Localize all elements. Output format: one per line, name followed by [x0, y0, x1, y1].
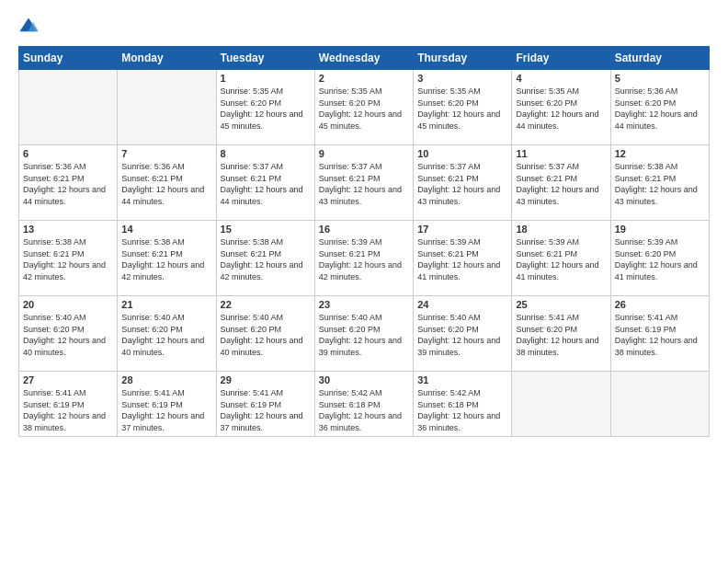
day-info: Sunrise: 5:38 AMSunset: 6:21 PMDaylight:…: [121, 236, 211, 282]
calendar-cell: 30Sunrise: 5:42 AMSunset: 6:18 PMDayligh…: [314, 372, 413, 437]
day-number: 17: [417, 224, 507, 235]
day-number: 16: [319, 224, 409, 235]
calendar-cell: 14Sunrise: 5:38 AMSunset: 6:21 PMDayligh…: [118, 221, 216, 296]
day-number: 25: [516, 299, 606, 310]
day-number: 19: [615, 224, 705, 235]
day-info: Sunrise: 5:37 AMSunset: 6:21 PMDaylight:…: [516, 161, 606, 207]
day-number: 20: [23, 299, 113, 310]
day-info: Sunrise: 5:38 AMSunset: 6:21 PMDaylight:…: [615, 161, 705, 207]
calendar-cell: 18Sunrise: 5:39 AMSunset: 6:21 PMDayligh…: [512, 221, 610, 296]
calendar-cell: 13Sunrise: 5:38 AMSunset: 6:21 PMDayligh…: [19, 221, 118, 296]
calendar-cell: 27Sunrise: 5:41 AMSunset: 6:19 PMDayligh…: [19, 372, 118, 437]
weekday-header-row: SundayMondayTuesdayWednesdayThursdayFrid…: [19, 47, 710, 70]
calendar-cell: 1Sunrise: 5:35 AMSunset: 6:20 PMDaylight…: [216, 70, 314, 145]
day-info: Sunrise: 5:41 AMSunset: 6:19 PMDaylight:…: [121, 387, 211, 433]
day-number: 2: [319, 73, 409, 84]
logo-icon: [18, 17, 39, 37]
day-number: 29: [221, 374, 311, 385]
calendar-week-row: 13Sunrise: 5:38 AMSunset: 6:21 PMDayligh…: [19, 221, 710, 296]
calendar-cell: 19Sunrise: 5:39 AMSunset: 6:20 PMDayligh…: [610, 221, 709, 296]
day-number: 23: [319, 299, 409, 310]
day-info: Sunrise: 5:37 AMSunset: 6:21 PMDaylight:…: [417, 161, 507, 207]
day-number: 6: [23, 148, 113, 159]
day-info: Sunrise: 5:36 AMSunset: 6:21 PMDaylight:…: [23, 161, 113, 207]
day-number: 9: [319, 148, 409, 159]
calendar-cell: 15Sunrise: 5:38 AMSunset: 6:21 PMDayligh…: [216, 221, 314, 296]
calendar-cell: 22Sunrise: 5:40 AMSunset: 6:20 PMDayligh…: [216, 296, 314, 372]
calendar-cell: 2Sunrise: 5:35 AMSunset: 6:20 PMDaylight…: [314, 70, 413, 145]
calendar-cell: 8Sunrise: 5:37 AMSunset: 6:21 PMDaylight…: [216, 145, 314, 221]
calendar-cell: [19, 70, 118, 145]
day-number: 13: [23, 224, 113, 235]
calendar-cell: 29Sunrise: 5:41 AMSunset: 6:19 PMDayligh…: [216, 372, 314, 437]
day-number: 27: [23, 374, 113, 385]
day-info: Sunrise: 5:41 AMSunset: 6:19 PMDaylight:…: [615, 312, 705, 358]
day-number: 26: [615, 299, 705, 310]
day-number: 7: [121, 148, 211, 159]
day-info: Sunrise: 5:40 AMSunset: 6:20 PMDaylight:…: [221, 312, 311, 358]
day-number: 8: [221, 148, 311, 159]
weekday-header: Friday: [512, 47, 610, 70]
weekday-header: Wednesday: [314, 47, 413, 70]
weekday-header: Thursday: [414, 47, 512, 70]
day-info: Sunrise: 5:40 AMSunset: 6:20 PMDaylight:…: [319, 312, 409, 358]
calendar-cell: 5Sunrise: 5:36 AMSunset: 6:20 PMDaylight…: [610, 70, 709, 145]
day-number: 18: [516, 224, 606, 235]
logo: [18, 17, 42, 37]
day-info: Sunrise: 5:37 AMSunset: 6:21 PMDaylight:…: [319, 161, 409, 207]
weekday-header: Saturday: [610, 47, 709, 70]
calendar-cell: 20Sunrise: 5:40 AMSunset: 6:20 PMDayligh…: [19, 296, 118, 372]
weekday-header: Sunday: [19, 47, 118, 70]
day-number: 31: [417, 374, 507, 385]
day-info: Sunrise: 5:41 AMSunset: 6:19 PMDaylight:…: [221, 387, 311, 433]
day-number: 5: [615, 73, 705, 84]
weekday-header: Tuesday: [216, 47, 314, 70]
calendar-cell: 10Sunrise: 5:37 AMSunset: 6:21 PMDayligh…: [414, 145, 512, 221]
day-number: 24: [417, 299, 507, 310]
page: SundayMondayTuesdayWednesdayThursdayFrid…: [0, 0, 728, 563]
calendar-cell: 6Sunrise: 5:36 AMSunset: 6:21 PMDaylight…: [19, 145, 118, 221]
day-info: Sunrise: 5:35 AMSunset: 6:20 PMDaylight:…: [319, 86, 409, 132]
day-info: Sunrise: 5:35 AMSunset: 6:20 PMDaylight:…: [221, 86, 311, 132]
day-number: 30: [319, 374, 409, 385]
day-number: 1: [221, 73, 311, 84]
calendar-cell: 25Sunrise: 5:41 AMSunset: 6:20 PMDayligh…: [512, 296, 610, 372]
day-number: 10: [417, 148, 507, 159]
day-info: Sunrise: 5:42 AMSunset: 6:18 PMDaylight:…: [417, 387, 507, 433]
day-info: Sunrise: 5:35 AMSunset: 6:20 PMDaylight:…: [417, 86, 507, 132]
day-info: Sunrise: 5:40 AMSunset: 6:20 PMDaylight:…: [121, 312, 211, 358]
calendar-cell: 7Sunrise: 5:36 AMSunset: 6:21 PMDaylight…: [118, 145, 216, 221]
calendar-cell: 12Sunrise: 5:38 AMSunset: 6:21 PMDayligh…: [610, 145, 709, 221]
calendar-cell: 24Sunrise: 5:40 AMSunset: 6:20 PMDayligh…: [414, 296, 512, 372]
calendar-cell: 16Sunrise: 5:39 AMSunset: 6:21 PMDayligh…: [314, 221, 413, 296]
calendar-cell: 23Sunrise: 5:40 AMSunset: 6:20 PMDayligh…: [314, 296, 413, 372]
calendar-week-row: 27Sunrise: 5:41 AMSunset: 6:19 PMDayligh…: [19, 372, 710, 437]
day-number: 15: [221, 224, 311, 235]
day-info: Sunrise: 5:38 AMSunset: 6:21 PMDaylight:…: [221, 236, 311, 282]
day-number: 4: [516, 73, 606, 84]
calendar-week-row: 20Sunrise: 5:40 AMSunset: 6:20 PMDayligh…: [19, 296, 710, 372]
day-info: Sunrise: 5:38 AMSunset: 6:21 PMDaylight:…: [23, 236, 113, 282]
calendar-week-row: 1Sunrise: 5:35 AMSunset: 6:20 PMDaylight…: [19, 70, 710, 145]
calendar-cell: 9Sunrise: 5:37 AMSunset: 6:21 PMDaylight…: [314, 145, 413, 221]
calendar-cell: 3Sunrise: 5:35 AMSunset: 6:20 PMDaylight…: [414, 70, 512, 145]
day-number: 11: [516, 148, 606, 159]
calendar-cell: 26Sunrise: 5:41 AMSunset: 6:19 PMDayligh…: [610, 296, 709, 372]
day-number: 22: [221, 299, 311, 310]
day-info: Sunrise: 5:40 AMSunset: 6:20 PMDaylight:…: [23, 312, 113, 358]
day-number: 12: [615, 148, 705, 159]
day-info: Sunrise: 5:41 AMSunset: 6:19 PMDaylight:…: [23, 387, 113, 433]
day-info: Sunrise: 5:41 AMSunset: 6:20 PMDaylight:…: [516, 312, 606, 358]
day-info: Sunrise: 5:39 AMSunset: 6:21 PMDaylight:…: [516, 236, 606, 282]
day-number: 14: [121, 224, 211, 235]
day-info: Sunrise: 5:36 AMSunset: 6:20 PMDaylight:…: [615, 86, 705, 132]
day-info: Sunrise: 5:35 AMSunset: 6:20 PMDaylight:…: [516, 86, 606, 132]
day-info: Sunrise: 5:37 AMSunset: 6:21 PMDaylight:…: [221, 161, 311, 207]
day-info: Sunrise: 5:40 AMSunset: 6:20 PMDaylight:…: [417, 312, 507, 358]
calendar-cell: 17Sunrise: 5:39 AMSunset: 6:21 PMDayligh…: [414, 221, 512, 296]
header: [18, 17, 710, 37]
calendar-cell: 4Sunrise: 5:35 AMSunset: 6:20 PMDaylight…: [512, 70, 610, 145]
day-info: Sunrise: 5:42 AMSunset: 6:18 PMDaylight:…: [319, 387, 409, 433]
calendar-cell: 21Sunrise: 5:40 AMSunset: 6:20 PMDayligh…: [118, 296, 216, 372]
calendar-cell: 11Sunrise: 5:37 AMSunset: 6:21 PMDayligh…: [512, 145, 610, 221]
